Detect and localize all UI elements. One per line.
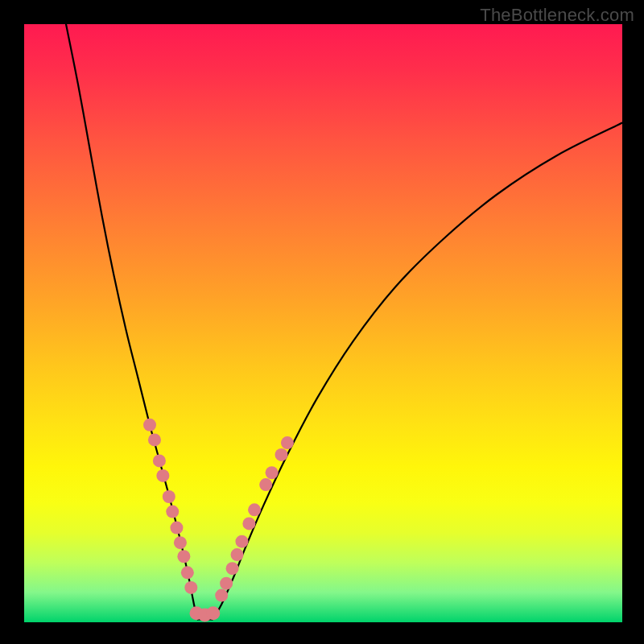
- data-dot: [181, 566, 194, 579]
- data-dot: [166, 506, 179, 518]
- data-dot: [153, 454, 166, 467]
- data-dot: [242, 517, 255, 530]
- data-dot: [143, 419, 156, 431]
- data-dot: [235, 535, 248, 548]
- data-dot: [206, 606, 220, 620]
- data-dot: [231, 548, 244, 561]
- data-dot: [170, 522, 183, 535]
- data-dot: [220, 577, 233, 590]
- watermark-label: TheBottleneck.com: [480, 5, 634, 26]
- data-dot: [226, 562, 239, 575]
- right-curve: [213, 123, 622, 620]
- data-dot: [184, 581, 197, 594]
- data-dot: [266, 466, 279, 479]
- data-dot: [259, 478, 272, 491]
- data-dot: [281, 436, 294, 449]
- data-dots: [143, 419, 294, 622]
- plot-area: [24, 24, 622, 622]
- data-dot: [156, 469, 169, 482]
- data-dot: [163, 490, 175, 503]
- data-dot: [177, 550, 190, 563]
- data-dot: [174, 536, 187, 549]
- data-dot: [148, 433, 161, 446]
- chart-svg: [24, 24, 622, 622]
- data-dot: [248, 503, 261, 516]
- data-dot: [215, 589, 228, 602]
- data-dot: [275, 448, 287, 461]
